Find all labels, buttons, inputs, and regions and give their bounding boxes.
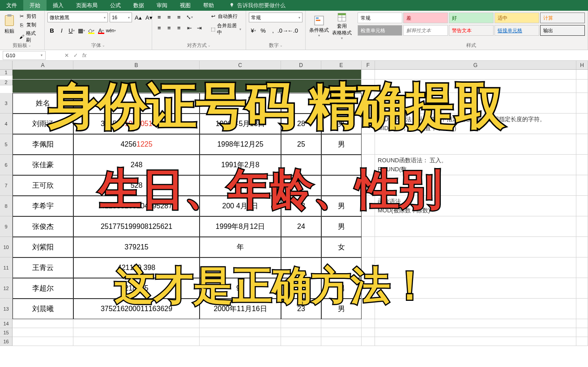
cell[interactable] — [375, 80, 576, 93]
currency-button[interactable]: ¥▾ — [249, 26, 258, 35]
cell[interactable]: 李佩阳 — [13, 134, 73, 155]
cell[interactable] — [281, 328, 321, 337]
cell[interactable] — [200, 337, 281, 346]
cell[interactable] — [321, 328, 362, 337]
col-header-C[interactable]: C — [200, 61, 281, 69]
cell[interactable] — [73, 93, 200, 114]
row-header[interactable]: 16 — [0, 337, 13, 346]
cell[interactable]: 1998年12月25 — [200, 134, 281, 155]
cell[interactable] — [576, 80, 588, 93]
cell[interactable] — [13, 80, 362, 93]
name-box[interactable]: G10▾ — [3, 51, 46, 60]
cell[interactable] — [576, 155, 588, 175]
cell[interactable] — [281, 319, 321, 328]
style-explain[interactable]: 解释性文本 — [403, 25, 448, 36]
cell[interactable] — [362, 299, 375, 319]
style-normal[interactable]: 常规 — [358, 13, 402, 23]
cell[interactable] — [576, 278, 588, 299]
row-header[interactable]: 2 — [0, 80, 13, 85]
cell[interactable] — [375, 93, 576, 114]
cut-button[interactable]: ✂剪切 — [18, 13, 42, 20]
phonetic-button[interactable]: wén▾ — [107, 26, 115, 35]
row-header[interactable]: 6 — [0, 155, 13, 175]
cell[interactable] — [576, 237, 588, 257]
row-header[interactable]: 5 — [0, 134, 13, 155]
cell[interactable]: 函数语法MOD(被除数，除数) — [375, 196, 576, 216]
cell[interactable] — [200, 257, 281, 278]
orientation-button[interactable]: ⤡▾ — [185, 13, 194, 21]
cell[interactable]: 男 — [321, 299, 362, 319]
cell[interactable] — [576, 337, 588, 346]
bold-button[interactable]: B — [47, 26, 56, 35]
menu-help[interactable]: 帮助 — [197, 0, 220, 11]
cell[interactable] — [362, 93, 375, 114]
cell[interactable] — [281, 337, 321, 346]
cell[interactable]: 男 — [321, 278, 362, 299]
cell[interactable] — [281, 237, 321, 257]
row-header[interactable]: 13 — [0, 299, 13, 319]
cell[interactable] — [13, 319, 73, 328]
tell-me-search[interactable]: 告诉我你想要做什么 — [229, 2, 285, 9]
number-format-combo[interactable]: 常规▾ — [249, 13, 303, 22]
cell[interactable]: 男 — [321, 196, 362, 216]
cell[interactable]: 1999年8月12日 — [200, 216, 281, 237]
style-good[interactable]: 好 — [449, 13, 494, 23]
cell[interactable] — [321, 155, 362, 175]
cell[interactable] — [576, 216, 588, 237]
menu-review[interactable]: 审阅 — [150, 0, 174, 11]
cell[interactable] — [375, 257, 576, 278]
cell[interactable] — [73, 337, 200, 346]
cell[interactable] — [375, 175, 576, 196]
cell[interactable]: 王可欣 — [13, 175, 73, 196]
conditional-format-button[interactable]: 条件格式▾ — [308, 13, 329, 40]
cell[interactable] — [375, 216, 576, 237]
cell[interactable]: 200 4月9日 — [200, 196, 281, 216]
cell[interactable] — [362, 319, 375, 328]
cell[interactable] — [321, 257, 362, 278]
cell[interactable] — [200, 328, 281, 337]
cell[interactable] — [200, 93, 281, 114]
cell[interactable]: 刘晨曦 — [13, 299, 73, 319]
cell[interactable] — [13, 337, 73, 346]
row-header[interactable]: 3 — [0, 93, 13, 114]
cell[interactable] — [281, 155, 321, 175]
cell[interactable] — [362, 134, 375, 155]
cell[interactable] — [576, 257, 588, 278]
cell[interactable]: 李超尔 — [13, 278, 73, 299]
cell[interactable] — [576, 319, 588, 328]
cell[interactable] — [576, 328, 588, 337]
row-header[interactable]: 1 — [0, 70, 13, 76]
table-format-button[interactable]: 套用 表格格式▾ — [331, 13, 352, 40]
cell[interactable]: MID函数语法：从字符串中指定起始位置起返回指定长度的字符。MID(文本，开始位… — [375, 114, 576, 134]
cell[interactable] — [576, 134, 588, 155]
cell[interactable]: 李希宇 — [13, 196, 73, 216]
cell[interactable]: 刘雨涵 — [13, 114, 73, 134]
cell[interactable]: 248 — [73, 155, 200, 175]
cell[interactable]: 24 — [281, 216, 321, 237]
cell[interactable]: 1991年2月8 — [200, 155, 281, 175]
cell[interactable]: 姓名 — [13, 93, 73, 114]
col-header-A[interactable]: A — [13, 61, 73, 69]
cell[interactable] — [362, 278, 375, 299]
align-top-button[interactable]: ≡ — [155, 13, 164, 21]
menu-formula[interactable]: 公式 — [104, 0, 127, 11]
italic-button[interactable]: I — [57, 26, 66, 35]
cell[interactable] — [362, 328, 375, 337]
cell[interactable] — [576, 114, 588, 134]
cell[interactable]: 251775199908125621 — [73, 216, 200, 237]
cancel-formula-button[interactable]: ✕ — [64, 52, 69, 59]
align-left-button[interactable]: ≡ — [155, 23, 164, 32]
cell[interactable] — [362, 80, 375, 93]
row-header[interactable]: 4 — [0, 114, 13, 134]
copy-button[interactable]: ⎘复制 — [18, 21, 42, 29]
row-header[interactable]: 12 — [0, 278, 13, 299]
cell[interactable] — [321, 337, 362, 346]
style-link[interactable]: 链接单元格 — [494, 25, 539, 36]
cell[interactable]: 379215 — [73, 237, 200, 257]
cell[interactable]: 42561225 — [73, 134, 200, 155]
cell[interactable] — [375, 134, 576, 155]
cell[interactable] — [321, 93, 362, 114]
align-right-button[interactable]: ≡ — [175, 23, 183, 32]
cell[interactable] — [200, 319, 281, 328]
cell[interactable] — [362, 196, 375, 216]
